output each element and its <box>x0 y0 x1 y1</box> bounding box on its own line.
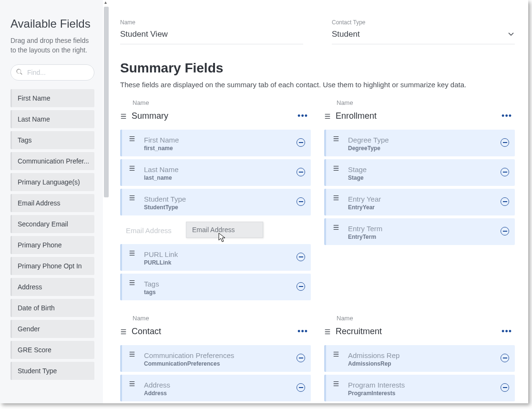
contact-type-label: Contact Type <box>332 19 515 26</box>
group-recruitment-title: Recruitment <box>336 327 382 337</box>
group-enrollment-more-button[interactable]: ••• <box>500 110 514 122</box>
group-recruitment-more-button[interactable]: ••• <box>500 326 514 337</box>
column-name-label: Name <box>337 315 515 322</box>
field-card[interactable]: First Namefirst_name <box>120 130 311 156</box>
search-icon <box>16 69 23 75</box>
field-card[interactable]: Degree TypeDegreeType <box>324 130 515 156</box>
field-card-subtitle: Stage <box>348 174 496 181</box>
drag-handle-icon[interactable] <box>324 113 331 120</box>
remove-field-button[interactable] <box>501 197 509 206</box>
contact-type-value: Student <box>332 30 360 39</box>
drag-handle-icon[interactable] <box>333 224 339 231</box>
available-field-item[interactable]: Communication Prefer... <box>10 152 94 170</box>
sidebar-description: Drag and drop these fields to the layout… <box>10 36 94 55</box>
field-card[interactable]: Last Namelast_name <box>120 159 311 186</box>
field-card[interactable]: PURL LinkPURLLink <box>120 244 311 271</box>
field-card[interactable]: Admissions RepAdmissionsRep <box>324 345 515 372</box>
field-card[interactable]: StageStage <box>324 159 515 186</box>
drag-handle-icon[interactable] <box>120 328 127 335</box>
available-field-item[interactable]: GRE Score <box>10 341 94 359</box>
drag-handle-icon[interactable] <box>129 135 135 142</box>
group-enrollment: Name Enrollment ••• Degree TypeDegreeTyp… <box>324 99 515 245</box>
available-field-item[interactable]: Student Type <box>10 362 94 380</box>
scrollbar-thumb[interactable] <box>104 7 109 197</box>
column-name-label: Name <box>337 99 515 106</box>
field-card-subtitle: PURLLink <box>144 259 292 266</box>
drag-handle-icon[interactable] <box>129 351 135 358</box>
group-contact-title: Contact <box>132 327 161 337</box>
drag-handle-icon[interactable] <box>333 380 339 387</box>
group-enrollment-title: Enrollment <box>336 111 377 121</box>
field-card[interactable]: AddressAddress <box>120 375 311 401</box>
field-card-title: Admissions Rep <box>348 351 496 359</box>
field-card-subtitle: last_name <box>144 174 292 181</box>
field-card-title: Degree Type <box>348 136 496 144</box>
field-card-title: Program Interests <box>348 381 496 389</box>
remove-field-button[interactable] <box>297 138 305 147</box>
drag-handle-icon[interactable] <box>324 328 331 335</box>
drag-handle-icon[interactable] <box>129 279 135 286</box>
remove-field-button[interactable] <box>297 253 305 261</box>
group-summary-more-button[interactable]: ••• <box>296 110 310 122</box>
available-field-item[interactable]: Email Address <box>10 194 94 212</box>
available-field-item[interactable]: Secondary Email <box>10 215 94 233</box>
drag-handle-icon[interactable] <box>120 113 127 120</box>
view-name-field[interactable]: Name Student View <box>120 19 303 44</box>
drag-handle-icon[interactable] <box>129 165 135 172</box>
field-card-subtitle: DegreeType <box>348 145 496 152</box>
remove-field-button[interactable] <box>297 282 305 291</box>
scroll-up-icon[interactable]: ▴ <box>104 0 107 5</box>
available-field-item[interactable]: Last Name <box>10 110 94 128</box>
available-field-item[interactable]: Primary Phone <box>10 236 94 254</box>
available-field-item[interactable]: Address <box>10 278 94 296</box>
field-card-title: Entry Year <box>348 195 496 203</box>
field-card-title: PURL Link <box>144 250 292 258</box>
remove-field-button[interactable] <box>501 138 509 147</box>
available-field-item[interactable]: Primary Language(s) <box>10 173 94 191</box>
field-card[interactable]: Tagstags <box>120 274 311 300</box>
field-card[interactable]: Entry YearEntryYear <box>324 189 515 215</box>
field-card-title: Entry Term <box>348 225 496 233</box>
field-card-title: Tags <box>144 280 292 288</box>
drag-handle-icon[interactable] <box>333 135 339 142</box>
field-card-subtitle: tags <box>144 289 292 296</box>
available-field-item[interactable]: First Name <box>10 89 94 107</box>
field-card-title: First Name <box>144 136 292 144</box>
field-card[interactable]: Communication PreferencesCommunicationPr… <box>120 345 311 372</box>
field-card-subtitle: EntryYear <box>348 204 496 211</box>
remove-field-button[interactable] <box>297 168 305 176</box>
field-card-subtitle: ProgramInterests <box>348 390 496 397</box>
drag-handle-icon[interactable] <box>333 351 339 358</box>
drag-handle-icon[interactable] <box>333 194 339 201</box>
available-field-item[interactable]: Primary Phone Opt In <box>10 257 94 275</box>
remove-field-button[interactable] <box>297 383 305 392</box>
field-card[interactable]: Program InterestsProgramInterests <box>324 375 515 401</box>
field-card[interactable]: Entry TermEntryTerm <box>324 218 515 245</box>
remove-field-button[interactable] <box>501 227 509 235</box>
field-card[interactable]: Student TypeStudentType <box>120 189 311 215</box>
available-field-item[interactable]: Date of Birth <box>10 299 94 317</box>
drag-handle-icon[interactable] <box>129 380 135 387</box>
chevron-down-icon[interactable] <box>508 32 514 36</box>
remove-field-button[interactable] <box>501 354 509 362</box>
search-input[interactable] <box>10 64 94 81</box>
remove-field-button[interactable] <box>501 168 509 176</box>
group-contact-more-button[interactable]: ••• <box>296 326 310 337</box>
sidebar-scrollbar[interactable]: ▴ <box>103 0 110 403</box>
available-field-item[interactable]: Tags <box>10 131 94 149</box>
remove-field-button[interactable] <box>297 197 305 206</box>
drag-handle-icon[interactable] <box>129 250 135 256</box>
remove-field-button[interactable] <box>501 383 509 392</box>
name-value: Student View <box>120 30 168 39</box>
field-card-subtitle: Address <box>144 390 292 397</box>
field-card-title: Address <box>144 381 292 389</box>
sidebar-title: Available Fields <box>10 17 94 31</box>
available-field-item[interactable]: Gender <box>10 320 94 338</box>
contact-type-field[interactable]: Contact Type Student <box>332 19 515 44</box>
layout-editor-main: Name Student View Contact Type Student S… <box>110 0 528 403</box>
field-card-subtitle: StudentType <box>144 204 292 211</box>
drag-handle-icon[interactable] <box>333 165 339 172</box>
group-summary-title: Summary <box>132 111 168 121</box>
remove-field-button[interactable] <box>297 354 305 362</box>
drag-handle-icon[interactable] <box>129 194 135 201</box>
